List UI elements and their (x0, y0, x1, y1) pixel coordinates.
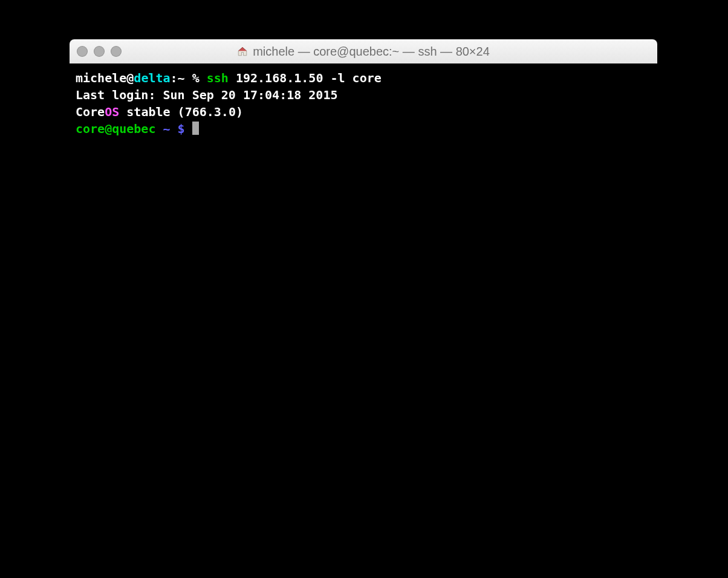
stage: michele — core@quebec:~ — ssh — 80×24 mi… (0, 0, 728, 578)
cursor-icon (192, 122, 199, 135)
prompt-userhost: core@quebec (76, 122, 155, 136)
close-button[interactable] (77, 46, 88, 57)
prompt-path2: ~ (155, 122, 177, 136)
window-controls (77, 46, 122, 57)
terminal-body[interactable]: michele@delta:~ % ssh 192.168.1.50 -l co… (70, 63, 657, 481)
command-args: 192.168.1.50 -l core (229, 71, 382, 85)
window-titlebar: michele — core@quebec:~ — ssh — 80×24 (70, 39, 657, 64)
terminal-line-3: CoreOS stable (766.3.0) (76, 103, 651, 120)
prompt-dollar: $ (178, 122, 192, 136)
terminal-line-1: michele@delta:~ % ssh 192.168.1.50 -l co… (76, 70, 651, 86)
terminal-line-2: Last login: Sun Sep 20 17:04:18 2015 (76, 86, 651, 103)
command-name: ssh (207, 71, 229, 85)
prompt-path: ~ (178, 71, 185, 85)
terminal-window: michele — core@quebec:~ — ssh — 80×24 mi… (70, 39, 657, 481)
home-icon (237, 46, 248, 57)
prompt-user: michele (76, 71, 126, 85)
window-title: michele — core@quebec:~ — ssh — 80×24 (253, 45, 490, 59)
prompt-host: delta (134, 71, 170, 85)
terminal-line-4: core@quebec ~ $ (76, 120, 651, 137)
title-wrap: michele — core@quebec:~ — ssh — 80×24 (70, 45, 657, 59)
zoom-button[interactable] (111, 46, 122, 57)
minimize-button[interactable] (94, 46, 105, 57)
